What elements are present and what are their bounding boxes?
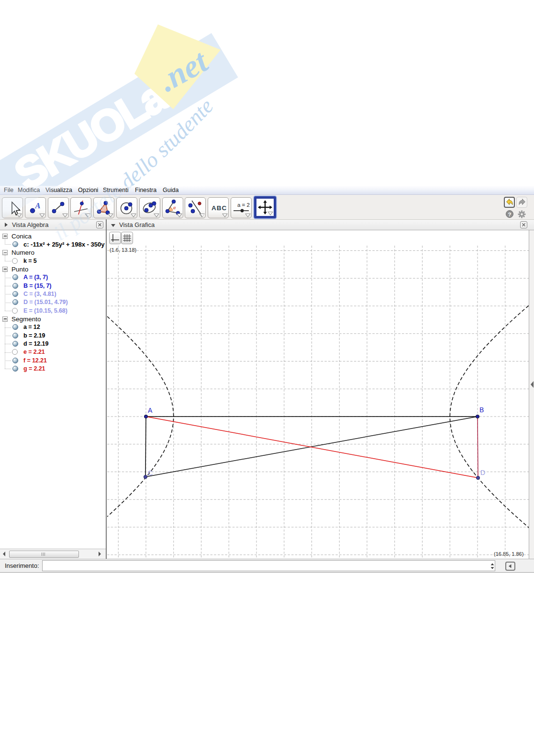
svg-text:C: C (148, 469, 153, 477)
svg-text:α: α (173, 205, 176, 210)
svg-text:a = 2: a = 2 (237, 202, 250, 208)
svg-text:D: D (480, 469, 485, 476)
svg-text:?: ? (508, 211, 512, 217)
svg-text:ABC: ABC (211, 204, 227, 212)
svg-text:A: A (34, 201, 40, 210)
svg-text:A: A (148, 406, 153, 414)
svg-text:B: B (479, 406, 484, 414)
